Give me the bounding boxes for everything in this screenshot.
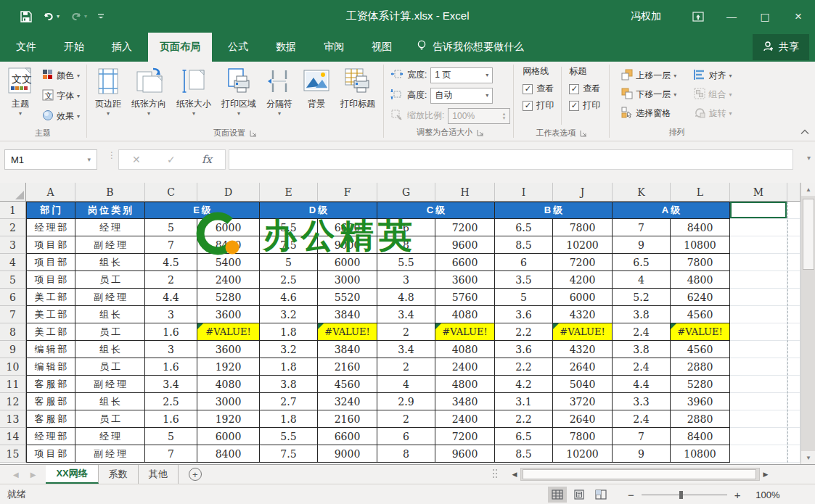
cell-A3[interactable]: 项目部 [26,236,75,254]
scroll-right-icon[interactable]: ▶ [760,468,771,481]
cell-F10[interactable]: 2160 [318,358,377,376]
cell-E3[interactable]: 7.5 [260,236,318,254]
breaks-button[interactable]: 分隔符 ▾ [261,64,298,128]
column-header-J[interactable]: J [553,183,613,202]
cell-D10[interactable]: 1920 [197,358,260,376]
cell-H9[interactable]: 4080 [435,341,495,358]
cell-L4[interactable]: 7800 [671,254,730,271]
row-header-3[interactable]: 3 [0,236,26,254]
cell-A11[interactable]: 客服部 [26,376,75,393]
cell-G7[interactable]: 3.4 [377,306,435,323]
cell-L11[interactable]: 5280 [671,376,730,393]
cell-E6[interactable]: 4.6 [260,289,318,306]
cell-level-E级[interactable]: E级 [145,202,260,219]
cell-M10[interactable] [730,358,787,376]
cell-A15[interactable]: 项目部 [26,445,75,463]
cell-B13[interactable]: 员工 [75,410,145,428]
cell-I10[interactable]: 2.2 [495,358,553,376]
print-titles-button[interactable]: 打印标题 [335,64,380,128]
scale-dialog-launcher-icon[interactable] [477,129,484,136]
cell-G8[interactable]: 2 [377,323,435,341]
cell-A5[interactable]: 项目部 [26,271,75,289]
cell-I12[interactable]: 3.1 [495,393,553,410]
ribbon-tab-7[interactable]: 视图 [360,33,404,62]
cell-G5[interactable]: 3 [377,271,435,289]
cell-K14[interactable]: 7 [613,428,671,445]
cell-J11[interactable]: 5040 [553,376,613,393]
cell-I9[interactable]: 3.6 [495,341,553,358]
insert-function-icon[interactable]: fx [202,153,212,166]
row-header-10[interactable]: 10 [0,358,26,376]
ribbon-tab-2[interactable]: 插入 [100,33,144,62]
width-select[interactable]: 1 页▾ [430,67,493,83]
cell-F5[interactable]: 3000 [318,271,377,289]
cell-F9[interactable]: 3840 [318,341,377,358]
cell-A10[interactable]: 编辑部 [26,358,75,376]
cell-K4[interactable]: 6.5 [613,254,671,271]
cell-J8[interactable]: #VALUE! [553,323,613,341]
cell-K12[interactable]: 3.3 [613,393,671,410]
cell-B15[interactable]: 副经理 [75,445,145,463]
align-button[interactable]: 对齐▾ [692,67,734,84]
cell-A7[interactable]: 美工部 [26,306,75,323]
cell-K3[interactable]: 9 [613,236,671,254]
cell-C14[interactable]: 5 [145,428,197,445]
cell-L14[interactable]: 8400 [671,428,730,445]
cell-E11[interactable]: 3.8 [260,376,318,393]
cell-J4[interactable]: 7200 [553,254,613,271]
cell-M11[interactable] [730,376,787,393]
gridlines-print-checkbox[interactable]: ✓打印 [523,99,554,112]
page-break-view-button[interactable] [591,487,610,503]
zoom-slider[interactable] [642,495,727,495]
cell-E5[interactable]: 2.5 [260,271,318,289]
cell-H3[interactable]: 9600 [435,236,495,254]
column-header-D[interactable]: D [197,183,260,202]
sheet-tab-0[interactable]: XX网络 [46,465,98,484]
headings-view-checkbox[interactable]: ✓查看 [569,83,600,95]
cell-G4[interactable]: 5.5 [377,254,435,271]
cell-M4[interactable] [730,254,787,271]
send-backward-button[interactable]: 下移一层▾ [619,86,679,103]
column-header-C[interactable]: C [145,183,197,202]
paper-size-button[interactable]: 纸张大小 ▾ [171,64,216,128]
cell-A1[interactable]: 部门 [26,202,75,219]
cell-K10[interactable]: 2.4 [613,358,671,376]
ribbon-tab-0[interactable]: 文件 [4,33,48,62]
column-header-H[interactable]: H [435,183,495,202]
cell-D5[interactable]: 2400 [197,271,260,289]
cell-J10[interactable]: 2640 [553,358,613,376]
cell-I2[interactable]: 6.5 [495,219,553,236]
cell-F7[interactable]: 3840 [318,306,377,323]
row-header-1[interactable]: 1 [0,202,26,219]
cell-A2[interactable]: 经理部 [26,219,75,236]
cell-A9[interactable]: 编辑部 [26,341,75,358]
cell-D13[interactable]: 1920 [197,410,260,428]
cell-L2[interactable]: 8400 [671,219,730,236]
sheet-options-dialog-launcher-icon[interactable] [580,130,587,137]
cell-K5[interactable]: 4 [613,271,671,289]
ribbon-tab-5[interactable]: 数据 [264,33,308,62]
cell-F6[interactable]: 5520 [318,289,377,306]
cell-F11[interactable]: 4560 [318,376,377,393]
cell-B10[interactable]: 员工 [75,358,145,376]
cell-M3[interactable] [730,236,787,254]
normal-view-button[interactable] [548,487,567,503]
cell-A12[interactable]: 客服部 [26,393,75,410]
sheet-tab-2[interactable]: 其他 [139,465,179,484]
background-button[interactable]: 背景 [298,64,335,128]
cell-K11[interactable]: 4.4 [613,376,671,393]
cell-C6[interactable]: 4.4 [145,289,197,306]
cell-K6[interactable]: 5.2 [613,289,671,306]
cell-B12[interactable]: 组长 [75,393,145,410]
cell-H10[interactable]: 2400 [435,358,495,376]
cell-M7[interactable] [730,306,787,323]
cell-A14[interactable]: 经理部 [26,428,75,445]
cell-C4[interactable]: 4.5 [145,254,197,271]
cell-B11[interactable]: 副经理 [75,376,145,393]
cell-A6[interactable]: 美工部 [26,289,75,306]
theme-effects-button[interactable]: 效果▾ [40,107,82,125]
cell-C2[interactable]: 5 [145,219,197,236]
cell-C7[interactable]: 3 [145,306,197,323]
sheet-nav-left-icon[interactable]: ◀ [13,471,19,479]
row-header-9[interactable]: 9 [0,341,26,358]
